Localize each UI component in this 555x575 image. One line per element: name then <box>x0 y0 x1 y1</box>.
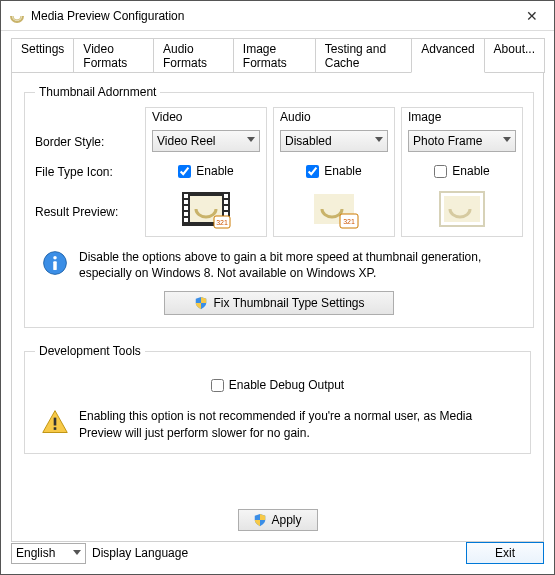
checkbox-image-icon-input[interactable] <box>434 165 447 178</box>
checkbox-image-icon-label: Enable <box>452 164 489 178</box>
chevron-down-icon <box>375 137 383 142</box>
dropdown-audio-value: Disabled <box>285 134 332 148</box>
svg-rect-7 <box>224 200 228 204</box>
apply-label: Apply <box>271 513 301 527</box>
chevron-down-icon <box>503 137 511 142</box>
app-icon <box>9 8 25 24</box>
label-file-type-icon: File Type Icon: <box>35 157 145 187</box>
label-display-language: Display Language <box>92 546 188 560</box>
tab-about[interactable]: About... <box>484 38 545 73</box>
tab-settings[interactable]: Settings <box>11 38 74 73</box>
checkbox-debug-label: Enable Debug Output <box>229 378 344 392</box>
exit-button[interactable]: Exit <box>466 542 544 564</box>
dropdown-image-value: Photo Frame <box>413 134 482 148</box>
tab-video-formats[interactable]: Video Formats <box>73 38 154 73</box>
head-audio: Audio <box>274 108 394 130</box>
label-result-preview: Result Preview: <box>35 187 145 237</box>
checkbox-video-icon-input[interactable] <box>178 165 191 178</box>
tab-audio-formats[interactable]: Audio Formats <box>153 38 234 73</box>
svg-text:321: 321 <box>343 218 355 225</box>
tab-image-formats[interactable]: Image Formats <box>233 38 316 73</box>
preview-video: 321 <box>178 188 234 230</box>
dropdown-audio-border[interactable]: Disabled <box>280 130 388 152</box>
group-development-tools: Development Tools Enable Debug Output En… <box>24 344 531 453</box>
shield-icon <box>194 296 208 310</box>
exit-label: Exit <box>495 546 515 560</box>
warning-text: Enabling this option is not recommended … <box>79 408 514 440</box>
apply-button[interactable]: Apply <box>238 509 318 531</box>
warning-icon <box>41 408 69 436</box>
svg-rect-6 <box>224 194 228 198</box>
preview-audio: 321 <box>306 188 362 230</box>
chevron-down-icon <box>247 137 255 142</box>
shield-icon <box>253 513 267 527</box>
window-title: Media Preview Configuration <box>31 9 509 23</box>
dropdown-language[interactable]: English <box>11 543 86 564</box>
checkbox-audio-icon[interactable]: Enable <box>306 160 361 182</box>
checkbox-debug-output[interactable]: Enable Debug Output <box>35 374 520 396</box>
label-border-style: Border Style: <box>35 127 145 157</box>
col-audio: Audio Disabled Enable 321 <box>273 107 395 237</box>
fix-btn-label: Fix Thumbnail Type Settings <box>214 296 365 310</box>
tab-advanced[interactable]: Advanced <box>411 38 484 73</box>
svg-rect-4 <box>184 212 188 216</box>
preview-image <box>434 188 490 230</box>
info-text: Disable the options above to gain a bit … <box>79 249 517 281</box>
tab-testing-cache[interactable]: Testing and Cache <box>315 38 412 73</box>
tab-body-advanced: Thumbnail Adornment Border Style: File T… <box>11 72 544 542</box>
svg-rect-5 <box>184 218 188 222</box>
svg-rect-22 <box>54 418 57 426</box>
svg-rect-2 <box>184 200 188 204</box>
svg-rect-21 <box>53 261 57 270</box>
col-video: Video Video Reel Enable <box>145 107 267 237</box>
dropdown-video-border[interactable]: Video Reel <box>152 130 260 152</box>
checkbox-video-icon-label: Enable <box>196 164 233 178</box>
dropdown-image-border[interactable]: Photo Frame <box>408 130 516 152</box>
close-button[interactable]: ✕ <box>509 1 554 30</box>
svg-point-20 <box>53 256 57 260</box>
dropdown-language-value: English <box>16 546 55 560</box>
legend-adornment: Thumbnail Adornment <box>35 85 160 99</box>
svg-rect-8 <box>224 206 228 210</box>
svg-rect-1 <box>184 194 188 198</box>
tab-bar: Settings Video Formats Audio Formats Ima… <box>1 31 554 72</box>
svg-rect-9 <box>224 212 228 216</box>
svg-text:321: 321 <box>216 219 228 226</box>
head-image: Image <box>402 108 522 130</box>
checkbox-image-icon[interactable]: Enable <box>434 160 489 182</box>
svg-rect-23 <box>54 428 57 431</box>
checkbox-debug-input[interactable] <box>211 379 224 392</box>
info-icon <box>41 249 69 277</box>
dropdown-video-value: Video Reel <box>157 134 216 148</box>
head-video: Video <box>146 108 266 130</box>
checkbox-video-icon[interactable]: Enable <box>178 160 233 182</box>
col-image: Image Photo Frame Enable <box>401 107 523 237</box>
chevron-down-icon <box>73 550 81 555</box>
svg-rect-3 <box>184 206 188 210</box>
group-thumbnail-adornment: Thumbnail Adornment Border Style: File T… <box>24 85 534 328</box>
fix-thumbnail-settings-button[interactable]: Fix Thumbnail Type Settings <box>164 291 394 315</box>
legend-dev: Development Tools <box>35 344 145 358</box>
checkbox-audio-icon-input[interactable] <box>306 165 319 178</box>
checkbox-audio-icon-label: Enable <box>324 164 361 178</box>
